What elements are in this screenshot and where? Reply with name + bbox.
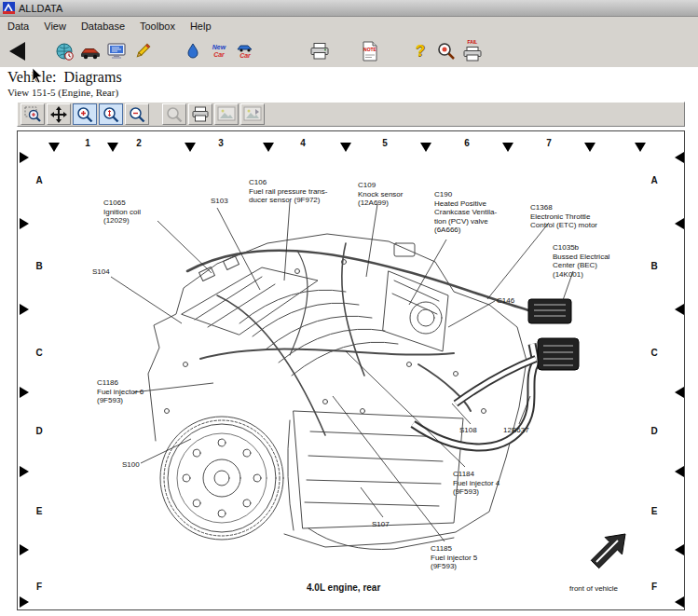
grid-row-e-right: E <box>648 506 661 516</box>
vehicle-icon[interactable] <box>78 38 103 64</box>
diagram-label-s103: S103 <box>211 197 228 206</box>
zoom-out-icon[interactable] <box>125 103 149 125</box>
diagram-caption: 4.0L engine, rear <box>307 582 380 593</box>
menu-toolbox[interactable]: Toolbox <box>132 19 183 34</box>
diagram-label-s100: S100 <box>122 460 140 470</box>
diagram-viewport[interactable]: 1 2 3 4 5 6 7 A B C D E F A B C D E F C1… <box>17 130 685 610</box>
grid-row-a-left: A <box>33 175 46 185</box>
diagram-label-s107: S107 <box>372 520 390 529</box>
grid-row-a-right: A <box>648 175 661 185</box>
menu-view[interactable]: View <box>36 19 74 34</box>
toolbar-spacer <box>156 50 180 51</box>
grid-row-f-left: F <box>33 582 46 592</box>
grid-col-7: 7 <box>543 138 554 148</box>
alldata-window: { "window": { "title": "ALLDATA" }, "col… <box>0 0 698 616</box>
grid-col-4: 4 <box>297 138 308 148</box>
diagram-label-c1035b: C1035b Bussed Electrical Center (BEC) (1… <box>553 243 609 279</box>
pan-icon[interactable] <box>47 103 71 125</box>
print-icon[interactable] <box>308 38 332 64</box>
menu-help[interactable]: Help <box>183 19 219 34</box>
edit-icon[interactable] <box>130 38 155 64</box>
title-bar[interactable]: ALLDATA <box>0 0 698 17</box>
toolbar-spacer <box>383 50 407 51</box>
ink-icon[interactable] <box>181 38 205 64</box>
new-car-icon[interactable]: New Car <box>207 38 231 64</box>
zoom-area-icon[interactable] <box>21 103 45 125</box>
menu-database[interactable]: Database <box>74 19 132 34</box>
next-view-icon <box>240 103 265 125</box>
grid-col-5: 5 <box>379 138 390 148</box>
diagram-label-c1184: C1184 Fuel injector 4 (9F593) <box>453 470 500 497</box>
menu-bar: Data View Database Toolbox Help <box>0 17 698 34</box>
diagram-label-c190: C190 Heated Positive Crankcase Ventila- … <box>434 190 497 235</box>
grid-row-d-left: D <box>33 426 46 436</box>
app-icon <box>3 2 15 14</box>
grid-row-c-left: C <box>33 348 46 358</box>
diagram-label-c106: C106 Fuel rail pressure trans- ducer sen… <box>249 178 327 205</box>
page-title: Vehicle: Diagrams <box>7 69 122 86</box>
main-toolbar: New Car Car NOTE ? <box>0 34 698 67</box>
diagram-label-c1186: C1186 Fuel injector 6 (9F593) <box>97 378 144 405</box>
toolbar-gap <box>151 114 160 115</box>
zoom-dynamic-icon[interactable] <box>99 103 123 125</box>
diagram-label-12b637: 12B637 <box>503 426 529 435</box>
grid-col-2: 2 <box>133 138 144 148</box>
prev-view-icon <box>214 103 239 125</box>
mouse-cursor <box>32 67 43 88</box>
diagram-label-c1368: C1368 Electronic Throttle Control (ETC) … <box>530 203 597 230</box>
diagram-label-c1065: C1065 Ignition coil (12029) <box>103 198 141 226</box>
grid-row-d-right: D <box>648 426 661 436</box>
page-subtitle: View 151-5 (Engine, Rear) <box>7 87 118 98</box>
toolbar-spacer <box>282 50 307 51</box>
zoom-in-icon[interactable] <box>73 103 97 125</box>
toolbar-spacer <box>258 50 282 51</box>
diagram-label-c146: C146 <box>497 296 514 306</box>
toolbar-spacer <box>333 50 357 51</box>
diagram-label-s108: S108 <box>459 426 477 435</box>
grid-row-b-right: B <box>648 261 661 271</box>
print-diagram-icon[interactable] <box>188 103 212 125</box>
menu-data[interactable]: Data <box>0 19 36 34</box>
grid-row-e-left: E <box>33 506 46 516</box>
diagram-label-c1185: C1185 Fuel injector 5 (9F593) <box>431 544 477 571</box>
magnifier-disabled-icon <box>162 103 186 125</box>
diagram-label-s104: S104 <box>92 267 110 277</box>
grid-row-f-right: F <box>648 582 661 592</box>
grid-row-b-left: B <box>33 261 46 271</box>
history-icon[interactable] <box>52 38 76 64</box>
monitor-icon[interactable] <box>104 38 129 64</box>
grid-row-c-right: C <box>648 348 661 358</box>
note-icon[interactable]: NOTE <box>358 38 382 64</box>
window-title: ALLDATA <box>19 3 62 14</box>
front-of-vehicle-label: front of vehicle <box>569 584 618 593</box>
front-of-vehicle-arrow <box>591 534 625 568</box>
diagram-label-c109: C109 Knock sensor (12A699) <box>358 181 403 208</box>
diagram-toolbar <box>17 102 685 127</box>
help-icon[interactable]: ? <box>408 38 432 64</box>
search-icon[interactable] <box>434 38 458 64</box>
car-icon[interactable]: Car <box>233 38 257 64</box>
grid-col-6: 6 <box>461 138 472 148</box>
grid-col-3: 3 <box>215 138 226 148</box>
grid-col-1: 1 <box>82 138 93 148</box>
fail-print-icon[interactable]: FAIL <box>460 38 485 64</box>
back-icon[interactable] <box>9 42 25 61</box>
